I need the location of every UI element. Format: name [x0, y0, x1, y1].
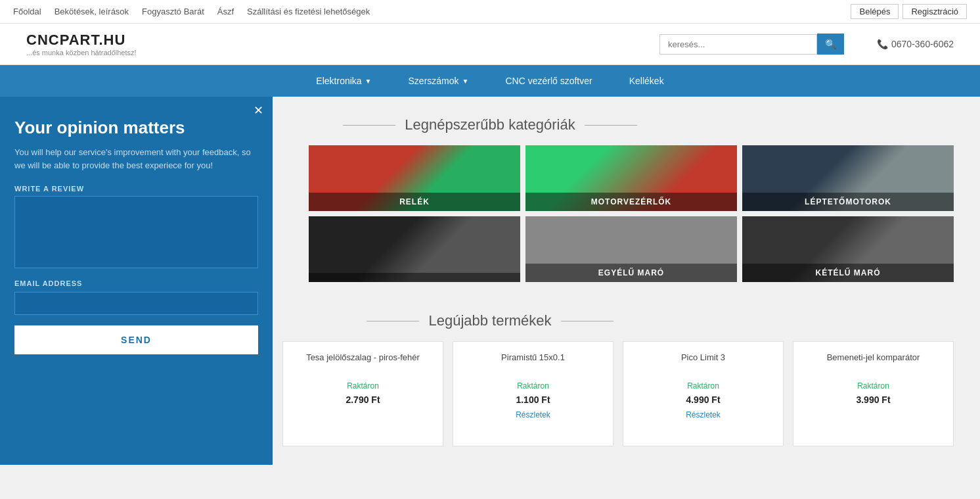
login-button[interactable]: Belépés [851, 4, 899, 19]
category-label: LÉPTETŐMOTOROK [742, 193, 954, 211]
product-status: Raktáron [464, 381, 602, 391]
review-textarea[interactable] [14, 196, 258, 268]
product-card: Piramistű 15x0.1 Raktáron 1.100 Ft Részl… [453, 341, 613, 446]
category-label: RELÉK [309, 193, 520, 211]
products-grid: Tesa jelölőszalag - piros-fehér Raktáron… [256, 341, 980, 446]
product-details-link[interactable]: Részletek [686, 410, 721, 419]
product-price: 3.990 Ft [804, 394, 943, 405]
phone-area: 📞 0670-360-6062 [877, 39, 954, 49]
nav-link-aszf[interactable]: Ászf [217, 7, 234, 16]
search-area: 🔍 [659, 34, 844, 55]
logo[interactable]: CNCPART.HU ...és munka közben hátradőlhe… [26, 32, 137, 57]
email-input[interactable] [14, 292, 258, 315]
nav-szerszamok[interactable]: Szerszámok ▼ [390, 65, 487, 97]
logo-title: CNCPART.HU [26, 32, 137, 49]
phone-number: 0670-360-6062 [891, 39, 954, 49]
send-button[interactable]: SEND [14, 325, 258, 354]
search-input[interactable] [659, 34, 817, 55]
category-label [309, 273, 520, 282]
main-content: ✕ Your opinion matters You will help our… [0, 97, 980, 465]
product-name: Bemeneti-jel komparátor [804, 352, 943, 376]
category-item-relek[interactable]: RELÉK [309, 145, 520, 211]
nav-cnc[interactable]: CNC vezérlő szoftver [487, 65, 610, 97]
nav-link-home[interactable]: Főoldal [13, 7, 41, 16]
category-item-egyelumaro[interactable]: EGYÉLŰ MARÓ [525, 216, 737, 282]
product-status: Raktáron [634, 381, 772, 391]
category-item-motorvezerlok[interactable]: MOTORVEZÉRLŐK [525, 145, 737, 211]
category-grid: RELÉK MOTORVEZÉRLŐK LÉPTETŐMOTOROK EGYÉL… [282, 145, 980, 293]
logo-subtitle: ...és munka közben hátradőlhetsz! [26, 49, 137, 57]
chevron-down-icon: ▼ [462, 78, 469, 85]
category-item-ketelumaro[interactable]: KÉTÉLŰ MARÓ [742, 216, 954, 282]
nav-link-szallitasi[interactable]: Szállítási és fizetési lehetőségek [247, 7, 370, 16]
product-details-link[interactable]: Részletek [516, 410, 550, 419]
top-nav: Főoldal Bekötések, leírások Fogyasztó Ba… [0, 0, 980, 24]
header: CNCPART.HU ...és munka közben hátradőlhe… [0, 24, 980, 65]
review-label: WRITE A REVIEW [14, 185, 258, 193]
register-button[interactable]: Regisztráció [902, 4, 967, 19]
product-card: Bemeneti-jel komparátor Raktáron 3.990 F… [793, 341, 954, 446]
email-label: EMAIL ADDRESS [14, 279, 258, 287]
nav-link-fogyaszto[interactable]: Fogyasztó Barát [142, 7, 204, 16]
product-name: Piramistű 15x0.1 [464, 352, 602, 376]
product-name: Tesa jelölőszalag - piros-fehér [294, 352, 432, 376]
main-nav: Elektronika ▼ Szerszámok ▼ CNC vezérlő s… [0, 65, 980, 97]
popup-title: Your opinion matters [14, 118, 258, 138]
category-item-leptetomotorok[interactable]: LÉPTETŐMOTOROK [742, 145, 954, 211]
product-status: Raktáron [294, 381, 432, 391]
product-price: 4.990 Ft [634, 394, 772, 405]
nav-kellek[interactable]: Kellékek [611, 65, 682, 97]
popup-description: You will help our service's improvement … [14, 146, 258, 172]
nav-elektronika[interactable]: Elektronika ▼ [298, 65, 390, 97]
review-popup: ✕ Your opinion matters You will help our… [0, 97, 273, 465]
product-price: 1.100 Ft [464, 394, 602, 405]
phone-icon: 📞 [877, 39, 888, 49]
product-name: Pico Limit 3 [634, 352, 772, 376]
category-item-tools[interactable] [309, 216, 520, 282]
category-label: EGYÉLŰ MARÓ [525, 264, 737, 282]
popup-close-button[interactable]: ✕ [254, 105, 263, 116]
search-button[interactable]: 🔍 [817, 34, 844, 55]
category-label: KÉTÉLŰ MARÓ [742, 264, 954, 282]
product-card: Pico Limit 3 Raktáron 4.990 Ft Részletek [623, 341, 784, 446]
product-status: Raktáron [804, 381, 943, 391]
product-card: Tesa jelölőszalag - piros-fehér Raktáron… [282, 341, 443, 446]
chevron-down-icon: ▼ [365, 78, 372, 85]
category-label: MOTORVEZÉRLŐK [525, 193, 737, 211]
nav-link-bekotesek[interactable]: Bekötések, leírások [55, 7, 129, 16]
product-price: 2.790 Ft [294, 394, 432, 405]
